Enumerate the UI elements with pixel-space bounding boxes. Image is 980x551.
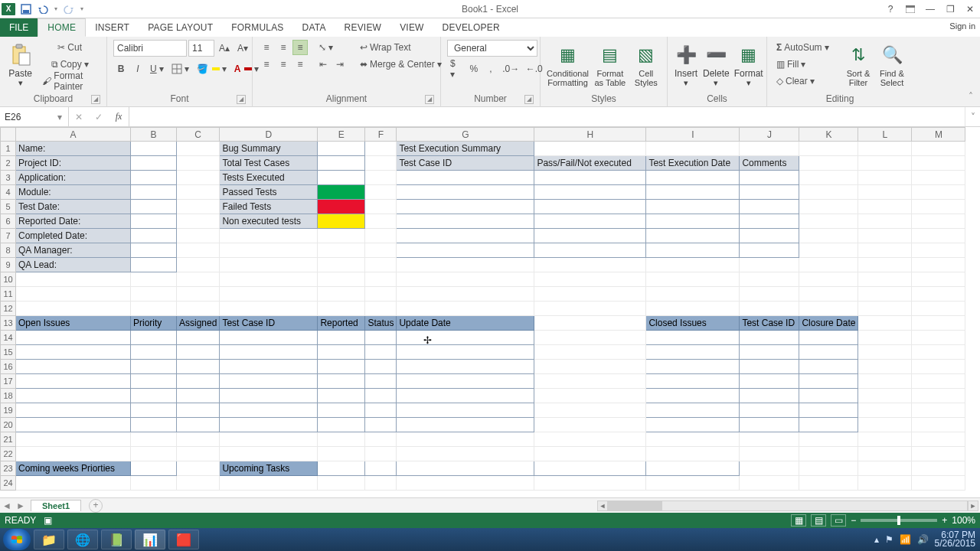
decrease-indent-button[interactable]: ⇤	[315, 57, 331, 72]
paste-button[interactable]: Paste▾	[6, 40, 34, 90]
cell-G7[interactable]	[397, 229, 534, 243]
cell-G19[interactable]	[397, 403, 534, 418]
cell-L13[interactable]	[858, 316, 912, 331]
fill-color-button[interactable]: 🪣 ▾	[194, 61, 230, 77]
cell-J14[interactable]	[740, 331, 799, 345]
cell-J11[interactable]	[740, 287, 799, 302]
cell-L16[interactable]	[858, 360, 912, 374]
cell-A10[interactable]	[16, 272, 131, 287]
cell-F3[interactable]	[365, 171, 397, 185]
cell-M20[interactable]	[912, 418, 965, 432]
cell-C10[interactable]	[177, 272, 220, 287]
cell-B2[interactable]	[131, 156, 177, 171]
cell-H16[interactable]	[534, 360, 646, 374]
cell-K5[interactable]	[799, 200, 858, 214]
cell-L12[interactable]	[858, 302, 912, 316]
cell-G11[interactable]	[397, 287, 534, 302]
cell-G24[interactable]	[397, 476, 534, 491]
cell-K24[interactable]	[799, 476, 858, 491]
cell-F6[interactable]	[365, 214, 397, 229]
cell-E12[interactable]	[318, 302, 365, 316]
row-header-11[interactable]: 11	[1, 287, 16, 302]
macro-record-icon[interactable]: ▣	[44, 515, 52, 526]
cell-L18[interactable]	[858, 389, 912, 403]
cell-D22[interactable]	[220, 447, 318, 461]
row-header-19[interactable]: 19	[1, 403, 16, 418]
cell-K8[interactable]	[799, 243, 858, 258]
decrease-font-button[interactable]: A▾	[234, 41, 251, 56]
col-header-D[interactable]: D	[220, 128, 318, 142]
qat-customize-icon[interactable]: ▾	[78, 2, 86, 16]
cell-A22[interactable]	[16, 447, 131, 461]
cell-D16[interactable]	[220, 360, 318, 374]
taskbar-chrome-icon[interactable]: 🌐	[67, 530, 98, 549]
name-box[interactable]: ▾	[0, 107, 69, 126]
cell-C1[interactable]	[177, 142, 220, 156]
cell-K1[interactable]	[799, 142, 858, 156]
cell-E19[interactable]	[318, 403, 365, 418]
cell-E6[interactable]	[318, 214, 365, 229]
cell-I7[interactable]	[646, 229, 740, 243]
cell-G20[interactable]	[397, 418, 534, 432]
cell-I15[interactable]	[646, 345, 740, 360]
col-header-G[interactable]: G	[397, 128, 534, 142]
cell-L22[interactable]	[858, 447, 912, 461]
cell-J1[interactable]	[740, 142, 799, 156]
cut-button[interactable]: ✂Cut	[39, 40, 100, 55]
cell-H18[interactable]	[534, 389, 646, 403]
row-header-22[interactable]: 22	[1, 447, 16, 461]
cell-C17[interactable]	[177, 374, 220, 389]
cell-L10[interactable]	[858, 272, 912, 287]
tab-file[interactable]: FILE	[0, 18, 38, 37]
cell-K11[interactable]	[799, 287, 858, 302]
tray-network-icon[interactable]: 📶	[900, 534, 911, 545]
sign-in-link[interactable]: Sign in	[949, 21, 975, 31]
select-all-corner[interactable]	[1, 128, 16, 142]
row-header-24[interactable]: 24	[1, 476, 16, 491]
cell-F8[interactable]	[365, 243, 397, 258]
cell-H11[interactable]	[534, 287, 646, 302]
cell-K20[interactable]	[799, 418, 858, 432]
cell-I4[interactable]	[646, 185, 740, 200]
cell-I23[interactable]	[646, 461, 740, 476]
cell-A16[interactable]	[16, 360, 131, 374]
cell-I20[interactable]	[646, 418, 740, 432]
align-center-button[interactable]: ≡	[276, 57, 291, 72]
cell-A15[interactable]	[16, 345, 131, 360]
row-header-2[interactable]: 2	[1, 156, 16, 171]
cell-C20[interactable]	[177, 418, 220, 432]
cell-J20[interactable]	[740, 418, 799, 432]
cell-E4[interactable]	[318, 185, 365, 200]
cell-G15[interactable]	[397, 345, 534, 360]
format-painter-button[interactable]: 🖌Format Painter	[39, 73, 100, 89]
format-as-table-button[interactable]: ▤Format as Table	[593, 40, 627, 90]
align-right-button[interactable]: ≡	[292, 57, 308, 72]
cell-J2[interactable]: Comments	[740, 156, 799, 171]
cell-J12[interactable]	[740, 302, 799, 316]
cell-K13[interactable]: Closure Date	[799, 316, 858, 331]
cell-H6[interactable]	[534, 214, 646, 229]
cell-E3[interactable]	[318, 171, 365, 185]
increase-indent-button[interactable]: ⇥	[332, 57, 348, 72]
cell-C7[interactable]	[177, 229, 220, 243]
cell-B4[interactable]	[131, 185, 177, 200]
cell-G10[interactable]	[397, 272, 534, 287]
cell-C21[interactable]	[177, 432, 220, 447]
tab-formulas[interactable]: FORMULAS	[222, 18, 292, 37]
row-header-10[interactable]: 10	[1, 272, 16, 287]
cell-A24[interactable]	[16, 476, 131, 491]
cell-B3[interactable]	[131, 171, 177, 185]
cancel-formula-button[interactable]: ✕	[69, 112, 89, 122]
cell-C13[interactable]: Assigned	[177, 316, 220, 331]
cell-J17[interactable]	[740, 374, 799, 389]
cell-E9[interactable]	[318, 258, 365, 272]
cell-J21[interactable]	[740, 432, 799, 447]
cell-D1[interactable]: Bug Summary	[220, 142, 318, 156]
cell-I21[interactable]	[646, 432, 740, 447]
save-icon[interactable]	[18, 2, 34, 16]
cell-C6[interactable]	[177, 214, 220, 229]
cell-C14[interactable]	[177, 331, 220, 345]
cell-B24[interactable]	[131, 476, 177, 491]
row-header-12[interactable]: 12	[1, 302, 16, 316]
cell-G23[interactable]	[397, 461, 534, 476]
